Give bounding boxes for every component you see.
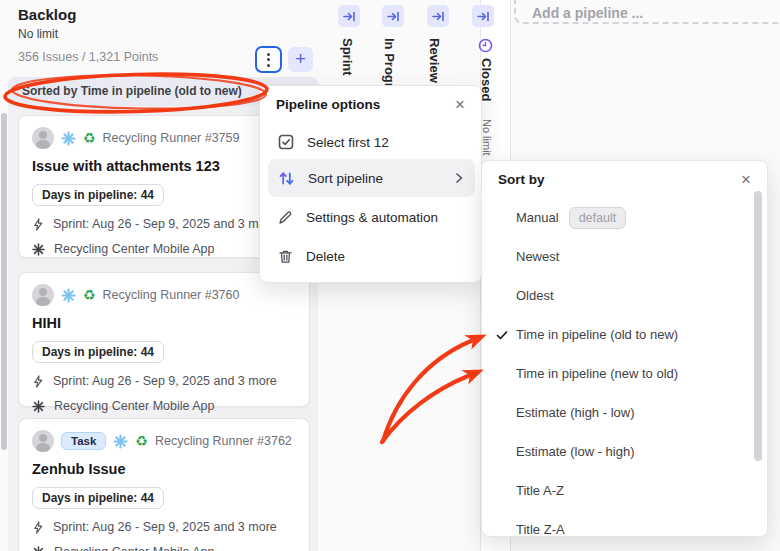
clock-icon xyxy=(478,38,493,53)
avatar xyxy=(32,127,54,149)
sort-option-manual[interactable]: Manual default xyxy=(482,198,762,237)
pipeline-stats: 356 Issues / 1,321 Points xyxy=(18,50,158,64)
issue-card[interactable]: ♻ Recycling Runner #3760 HIHI Days in pi… xyxy=(18,272,310,407)
expand-arrow-icon xyxy=(342,9,357,24)
pipeline-label: Sprint xyxy=(340,38,355,76)
default-badge: default xyxy=(569,207,627,229)
issue-ref: Recycling Runner #3759 xyxy=(103,131,240,145)
expand-pipeline-button-inprogress[interactable] xyxy=(382,5,404,27)
annotation-arrow-lower xyxy=(382,376,468,442)
snowflake-icon xyxy=(61,131,76,146)
app-text: Recycling Center Mobile App xyxy=(54,545,215,551)
expand-arrow-icon xyxy=(476,9,491,24)
sort-option-label: Estimate (low - high) xyxy=(516,444,634,459)
add-pipeline-button[interactable]: Add a pipeline ... xyxy=(514,0,780,24)
asterisk-icon xyxy=(32,400,45,413)
menu-scrollbar[interactable] xyxy=(754,191,762,461)
sort-option-label: Title A-Z xyxy=(516,483,564,498)
app-text: Recycling Center Mobile App xyxy=(54,242,215,256)
backlog-header: Backlog No limit xyxy=(18,6,76,41)
sort-option-label: Manual xyxy=(516,210,559,225)
expand-pipeline-button-sprint[interactable] xyxy=(338,5,360,27)
issue-title: Issue with attachments 123 xyxy=(32,158,296,174)
asterisk-icon xyxy=(32,243,45,256)
checkbox-icon xyxy=(278,134,294,150)
column-scrollbar[interactable] xyxy=(1,113,7,450)
issue-ref: Recycling Runner #3762 xyxy=(155,434,292,448)
expand-arrow-icon xyxy=(386,9,401,24)
sprint-icon xyxy=(32,521,44,534)
kebab-icon xyxy=(267,53,270,67)
app-text: Recycling Center Mobile App xyxy=(54,399,215,413)
sort-option-label: Time in pipeline (old to new) xyxy=(516,327,678,342)
sort-option-time-new-to-old[interactable]: Time in pipeline (new to old) xyxy=(482,354,762,393)
menu-item-sort-pipeline[interactable]: Sort pipeline xyxy=(268,159,475,197)
sort-option-label: Estimate (high - low) xyxy=(516,405,634,420)
sort-option-label: Newest xyxy=(516,249,559,264)
sort-option-label: Time in pipeline (new to old) xyxy=(516,366,678,381)
days-in-pipeline-badge: Days in pipeline: 44 xyxy=(32,184,164,206)
collapsed-pipeline-review[interactable]: Review xyxy=(425,38,447,85)
recycle-icon: ♻ xyxy=(83,131,96,145)
sprint-text: Sprint: Aug 26 - Sep 9, 2025 and 3 more xyxy=(53,520,277,534)
collapsed-pipeline-sprint[interactable]: Sprint xyxy=(338,38,360,85)
expand-arrow-icon xyxy=(431,9,446,24)
sprint-text: Sprint: Aug 26 - Sep 9, 2025 and 3 more xyxy=(53,374,277,388)
menu-item-label: Sort pipeline xyxy=(308,171,440,186)
issue-card[interactable]: Task ♻ Recycling Runner #3762 Zenhub Iss… xyxy=(18,418,310,551)
issue-ref: Recycling Runner #3760 xyxy=(103,288,240,302)
sort-option-time-old-to-new[interactable]: Time in pipeline (old to new) xyxy=(482,315,762,354)
close-icon[interactable]: × xyxy=(455,98,465,112)
chevron-right-icon xyxy=(453,171,465,185)
sprint-icon xyxy=(32,218,44,231)
expand-pipeline-button-review[interactable] xyxy=(427,5,449,27)
pipeline-options-menu: Pipeline options × Select first 12 Sort … xyxy=(259,85,482,283)
sort-option-newest[interactable]: Newest xyxy=(482,237,762,276)
menu-item-label: Delete xyxy=(306,249,345,264)
snowflake-icon xyxy=(113,434,128,449)
sort-option-label: Title Z-A xyxy=(516,522,565,537)
menu-item-label: Select first 12 xyxy=(307,135,389,150)
pipeline-label: Review xyxy=(427,38,442,83)
menu-item-settings-automation[interactable]: Settings & automation xyxy=(268,198,475,236)
sprint-text: Sprint: Aug 26 - Sep 9, 2025 and 3 more xyxy=(53,217,277,231)
sort-option-estimate-low-high[interactable]: Estimate (low - high) xyxy=(482,432,762,471)
sort-option-title-az[interactable]: Title A-Z xyxy=(482,471,762,510)
recycle-icon: ♻ xyxy=(83,288,96,302)
pipeline-title: Backlog xyxy=(18,6,76,23)
plus-icon: + xyxy=(295,49,306,69)
sort-by-menu: Sort by × Manual default Newest Oldest T… xyxy=(481,160,768,537)
avatar xyxy=(32,430,54,452)
sort-arrows-icon xyxy=(278,170,295,187)
task-type-badge: Task xyxy=(61,432,106,450)
snowflake-icon xyxy=(61,288,76,303)
sort-option-estimate-high-low[interactable]: Estimate (high - low) xyxy=(482,393,762,432)
expand-pipeline-button-closed[interactable] xyxy=(472,5,494,27)
sort-option-title-za[interactable]: Title Z-A xyxy=(482,510,762,537)
zenhub-board: Backlog No limit 356 Issues / 1,321 Poin… xyxy=(0,0,780,551)
menu-title: Sort by xyxy=(498,172,545,187)
close-icon[interactable]: × xyxy=(741,173,751,187)
days-in-pipeline-badge: Days in pipeline: 44 xyxy=(32,487,164,509)
sort-option-oldest[interactable]: Oldest xyxy=(482,276,762,315)
pipeline-label: In Progress xyxy=(382,38,397,85)
days-in-pipeline-badge: Days in pipeline: 44 xyxy=(32,341,164,363)
avatar xyxy=(32,284,54,306)
menu-item-select-first[interactable]: Select first 12 xyxy=(268,123,475,161)
check-icon xyxy=(495,328,509,342)
issue-title: Zenhub Issue xyxy=(32,461,296,477)
trash-icon xyxy=(278,249,293,264)
pipeline-options-button[interactable] xyxy=(255,46,282,73)
recycle-icon: ♻ xyxy=(135,434,148,448)
collapsed-pipeline-inprogress[interactable]: In Progress xyxy=(380,38,402,85)
sprint-icon xyxy=(32,375,44,388)
sort-option-label: Oldest xyxy=(516,288,554,303)
add-issue-button[interactable]: + xyxy=(288,47,313,72)
menu-item-delete[interactable]: Delete xyxy=(268,237,475,275)
issue-title: HIHI xyxy=(32,315,296,331)
asterisk-icon xyxy=(32,546,45,551)
menu-item-label: Settings & automation xyxy=(306,210,438,225)
add-pipeline-label: Add a pipeline ... xyxy=(532,5,643,21)
menu-title: Pipeline options xyxy=(276,97,380,112)
pipeline-limit: No limit xyxy=(18,27,76,41)
